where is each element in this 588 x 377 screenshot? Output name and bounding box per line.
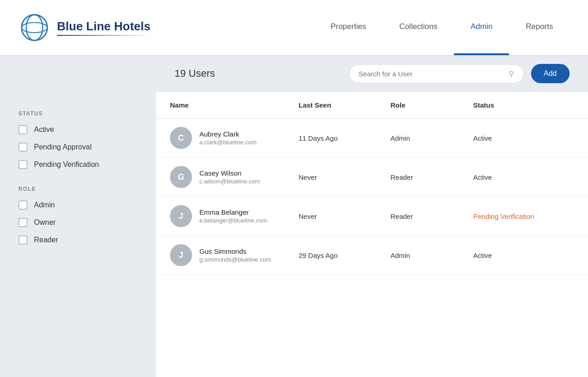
avatar: J xyxy=(170,205,192,227)
user-name: Emma Belanger xyxy=(199,208,267,216)
role-filter-title: ROLE xyxy=(18,186,138,192)
status-badge: Active xyxy=(473,251,565,259)
sub-header: 19 Users ⚲ Add xyxy=(0,55,588,92)
filter-owner[interactable]: Owner xyxy=(18,218,138,227)
filter-admin-checkbox[interactable] xyxy=(18,200,28,210)
table-row[interactable]: G Casey Wilson c.wilson@blueline.com Nev… xyxy=(156,158,588,197)
last-seen: Never xyxy=(299,212,390,220)
user-info: Aubrey Clark a.clark@blueline.com xyxy=(199,130,256,146)
role-filter-section: ROLE Admin Owner Reader xyxy=(18,186,138,245)
brand-name: Blue Line Hotels xyxy=(57,19,151,34)
nav-item-admin[interactable]: Admin xyxy=(454,0,509,55)
col-role: Role xyxy=(390,101,473,109)
user-cell: G Casey Wilson c.wilson@blueline.com xyxy=(170,166,299,188)
sidebar: STATUS Active Pending Approval Pending V… xyxy=(0,92,156,377)
header: Blue Line Hotels Properties Collections … xyxy=(0,0,588,55)
filter-pending-verification-label: Pending Verification xyxy=(34,160,99,169)
filter-active[interactable]: Active xyxy=(18,125,138,134)
search-bar: ⚲ xyxy=(349,64,524,83)
logo-underline xyxy=(57,35,151,36)
user-cell: J Emma Belanger e.belanger@blueline.com xyxy=(170,205,299,227)
role: Reader xyxy=(390,212,473,220)
user-cell: C Aubrey Clark a.clark@blueline.com xyxy=(170,127,299,149)
table-row[interactable]: C Aubrey Clark a.clark@blueline.com 11 D… xyxy=(156,119,588,158)
user-name: Aubrey Clark xyxy=(199,130,256,138)
user-name: Gus Simmonds xyxy=(199,247,271,255)
filter-pending-approval[interactable]: Pending Approval xyxy=(18,143,138,152)
filter-owner-label: Owner xyxy=(34,218,56,227)
filter-admin-label: Admin xyxy=(34,201,55,209)
table-row[interactable]: J Gus Simmonds g.simmonds@blueline.com 2… xyxy=(156,236,588,275)
table-rows: C Aubrey Clark a.clark@blueline.com 11 D… xyxy=(156,119,588,275)
last-seen: 29 Days Ago xyxy=(299,251,390,259)
filter-owner-checkbox[interactable] xyxy=(18,218,28,227)
main-nav: Properties Collections Admin Reports xyxy=(314,0,570,55)
filter-pending-verification[interactable]: Pending Verification xyxy=(18,160,138,169)
filter-reader[interactable]: Reader xyxy=(18,235,138,245)
user-email: g.simmonds@blueline.com xyxy=(199,256,271,263)
user-email: a.clark@blueline.com xyxy=(199,139,256,146)
logo-icon xyxy=(18,11,51,44)
role: Reader xyxy=(390,173,473,181)
avatar: C xyxy=(170,127,192,149)
col-status: Status xyxy=(473,101,565,109)
logo-area: Blue Line Hotels xyxy=(18,11,151,44)
svg-point-0 xyxy=(22,15,47,40)
table-header: Name Last Seen Role Status xyxy=(156,92,588,119)
last-seen: Never xyxy=(299,173,390,181)
filter-pending-approval-label: Pending Approval xyxy=(34,143,91,151)
status-filter-title: STATUS xyxy=(18,110,138,117)
user-info: Casey Wilson c.wilson@blueline.com xyxy=(199,169,260,185)
user-email: c.wilson@blueline.com xyxy=(199,178,260,185)
filter-pending-approval-checkbox[interactable] xyxy=(18,143,28,152)
status-badge: Pending Verification xyxy=(473,212,565,220)
nav-item-properties[interactable]: Properties xyxy=(314,0,383,55)
user-email: e.belanger@blueline.com xyxy=(199,217,267,224)
user-info: Emma Belanger e.belanger@blueline.com xyxy=(199,208,267,224)
col-name: Name xyxy=(170,101,299,109)
filter-pending-verification-checkbox[interactable] xyxy=(18,160,28,169)
status-badge: Active xyxy=(473,134,565,142)
users-count: 19 Users xyxy=(175,68,215,80)
search-input[interactable] xyxy=(359,70,504,78)
role: Admin xyxy=(390,251,473,259)
user-cell: J Gus Simmonds g.simmonds@blueline.com xyxy=(170,244,299,266)
status-filter-section: STATUS Active Pending Approval Pending V… xyxy=(18,110,138,169)
user-name: Casey Wilson xyxy=(199,169,260,177)
search-icon: ⚲ xyxy=(509,69,514,78)
filter-admin[interactable]: Admin xyxy=(18,200,138,210)
filter-active-checkbox[interactable] xyxy=(18,125,28,134)
col-last-seen: Last Seen xyxy=(299,101,390,109)
last-seen: 11 Days Ago xyxy=(299,134,390,142)
add-user-button[interactable]: Add xyxy=(531,64,570,83)
table-row[interactable]: J Emma Belanger e.belanger@blueline.com … xyxy=(156,197,588,236)
avatar: G xyxy=(170,166,192,188)
role: Admin xyxy=(390,134,473,142)
nav-item-collections[interactable]: Collections xyxy=(383,0,454,55)
svg-point-2 xyxy=(22,23,47,33)
nav-item-reports[interactable]: Reports xyxy=(509,0,570,55)
filter-reader-label: Reader xyxy=(34,236,58,244)
filter-active-label: Active xyxy=(34,126,54,134)
svg-point-1 xyxy=(26,15,43,40)
status-badge: Active xyxy=(473,173,565,181)
users-table: Name Last Seen Role Status C Aubrey Clar… xyxy=(156,92,588,377)
main-content: STATUS Active Pending Approval Pending V… xyxy=(0,92,588,377)
user-info: Gus Simmonds g.simmonds@blueline.com xyxy=(199,247,271,263)
avatar: J xyxy=(170,244,192,266)
filter-reader-checkbox[interactable] xyxy=(18,235,28,245)
